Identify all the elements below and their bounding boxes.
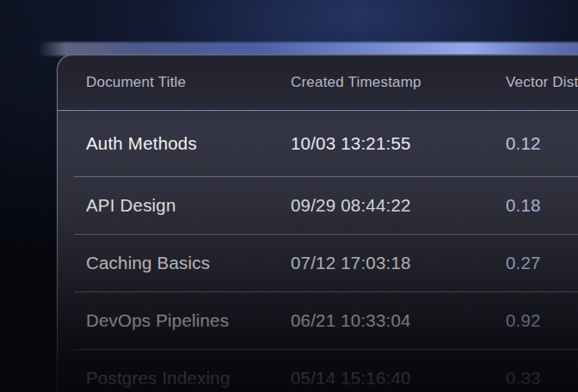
column-header-vector-distance: Vector Distance	[506, 74, 578, 91]
column-header-document-title: Document Title	[86, 74, 291, 91]
table-row[interactable]: DevOps Pipelines 06/21 10:33:04 0.92	[58, 291, 578, 349]
cell-document-title: Caching Basics	[86, 253, 291, 273]
cell-document-title: DevOps Pipelines	[86, 310, 291, 331]
table-row[interactable]: Auth Methods 10/03 13:21:55 0.12	[58, 111, 578, 176]
cell-vector-distance: 0.12	[506, 133, 578, 154]
cell-document-title: Postgres Indexing	[86, 368, 291, 389]
table-row[interactable]: Caching Basics 07/12 17:03:18 0.27	[58, 234, 578, 291]
cell-document-title: API Design	[86, 195, 291, 216]
cell-created-timestamp: 10/03 13:21:55	[291, 133, 506, 154]
cell-created-timestamp: 07/12 17:03:18	[291, 253, 506, 273]
scene: Document Title Created Timestamp Vector …	[0, 0, 578, 392]
table-row[interactable]: Postgres Indexing 05/14 15:16:40 0.33	[58, 349, 578, 392]
cell-created-timestamp: 06/21 10:33:04	[291, 310, 506, 331]
column-header-created-timestamp: Created Timestamp	[291, 74, 506, 91]
cell-created-timestamp: 09/29 08:44:22	[291, 195, 506, 216]
cell-document-title: Auth Methods	[86, 133, 291, 154]
table-body: Auth Methods 10/03 13:21:55 0.12 API Des…	[58, 111, 578, 392]
documents-table-card: Document Title Created Timestamp Vector …	[57, 54, 578, 392]
cell-created-timestamp: 05/14 15:16:40	[291, 368, 506, 389]
cell-vector-distance: 0.18	[506, 195, 578, 216]
cell-vector-distance: 0.27	[506, 253, 578, 273]
table-row[interactable]: API Design 09/29 08:44:22 0.18	[58, 176, 578, 234]
table-header-row: Document Title Created Timestamp Vector …	[58, 55, 578, 111]
cell-vector-distance: 0.33	[506, 368, 578, 389]
cell-vector-distance: 0.92	[506, 310, 578, 331]
